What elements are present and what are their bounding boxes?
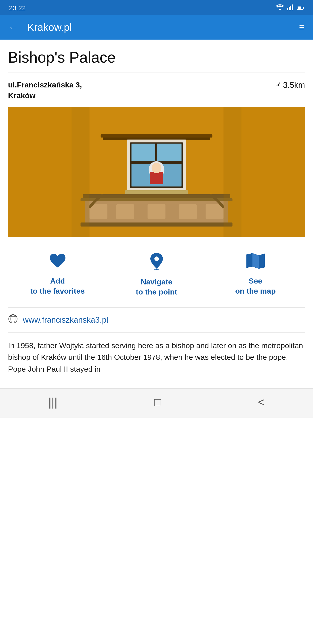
svg-rect-27 bbox=[148, 204, 166, 219]
svg-rect-14 bbox=[132, 144, 155, 161]
favorites-label: Add to the favorites bbox=[30, 276, 85, 296]
svg-rect-21 bbox=[125, 190, 188, 194]
status-bar: 23:22 bbox=[0, 0, 313, 15]
app-title: Krakow.pl bbox=[27, 21, 290, 33]
signal-icon bbox=[287, 4, 294, 12]
place-image bbox=[8, 107, 305, 237]
add-to-favorites-button[interactable]: Add to the favorites bbox=[8, 253, 107, 296]
navigate-to-point-button[interactable]: Navigate to the point bbox=[107, 252, 206, 296]
svg-rect-32 bbox=[224, 107, 242, 237]
bottom-nav-home-button[interactable]: □ bbox=[154, 395, 161, 409]
website-link[interactable]: www.franciszkanska3.pl bbox=[23, 315, 108, 325]
description-text: In 1958, father Wojtyła started serving … bbox=[8, 332, 305, 384]
svg-rect-23 bbox=[81, 198, 233, 201]
see-on-map-button[interactable]: See on the map bbox=[206, 253, 305, 296]
menu-button[interactable]: ≡ bbox=[299, 22, 305, 32]
address-row: ul.Franciszkańska 3, Kraków 3.5km bbox=[8, 72, 305, 107]
back-button[interactable]: ← bbox=[8, 22, 18, 32]
nav-bar: ← Krakow.pl ≡ bbox=[0, 15, 313, 40]
svg-rect-31 bbox=[72, 107, 90, 237]
action-buttons: Add to the favorites Navigate to the poi… bbox=[8, 248, 305, 307]
svg-rect-28 bbox=[179, 204, 197, 219]
website-row: www.franciszkanska3.pl bbox=[8, 308, 305, 332]
wifi-icon bbox=[276, 4, 284, 12]
svg-rect-2 bbox=[289, 7, 290, 10]
svg-rect-35 bbox=[154, 270, 159, 270]
svg-rect-6 bbox=[298, 6, 301, 9]
address-line1: ul.Franciszkańska 3, bbox=[8, 80, 82, 89]
distance: 3.5km bbox=[275, 80, 305, 90]
svg-rect-19 bbox=[150, 172, 163, 184]
svg-rect-11 bbox=[101, 134, 213, 138]
svg-rect-30 bbox=[81, 222, 233, 226]
svg-rect-15 bbox=[157, 144, 182, 161]
main-content: Bishop's Palace ul.Franciszkańska 3, Kra… bbox=[0, 40, 313, 384]
svg-point-33 bbox=[154, 256, 159, 261]
page-title: Bishop's Palace bbox=[8, 48, 305, 66]
map-icon bbox=[246, 253, 266, 272]
address-line2: Kraków bbox=[8, 91, 35, 100]
svg-point-20 bbox=[152, 162, 162, 173]
svg-rect-25 bbox=[90, 204, 107, 219]
location-pin-icon bbox=[149, 252, 164, 273]
distance-value: 3.5km bbox=[283, 80, 305, 90]
status-icons bbox=[276, 4, 304, 12]
battery-icon bbox=[297, 4, 304, 12]
svg-rect-22 bbox=[83, 194, 230, 199]
svg-rect-1 bbox=[287, 8, 288, 10]
map-label: See on the map bbox=[235, 276, 276, 296]
bottom-nav-menu-button[interactable]: ||| bbox=[48, 395, 57, 409]
heart-icon bbox=[49, 253, 67, 272]
time: 23:22 bbox=[9, 4, 26, 12]
bottom-nav-back-button[interactable]: < bbox=[258, 395, 265, 409]
svg-rect-26 bbox=[116, 204, 134, 219]
svg-rect-29 bbox=[206, 204, 224, 219]
location-arrow-icon bbox=[275, 80, 281, 90]
svg-rect-7 bbox=[303, 7, 304, 9]
address: ul.Franciszkańska 3, Kraków bbox=[8, 80, 82, 101]
svg-rect-4 bbox=[292, 4, 293, 10]
globe-icon bbox=[8, 314, 18, 326]
svg-point-0 bbox=[279, 9, 281, 10]
bottom-nav: ||| □ < bbox=[0, 388, 313, 418]
svg-rect-3 bbox=[290, 6, 291, 10]
navigate-label: Navigate to the point bbox=[136, 277, 177, 296]
